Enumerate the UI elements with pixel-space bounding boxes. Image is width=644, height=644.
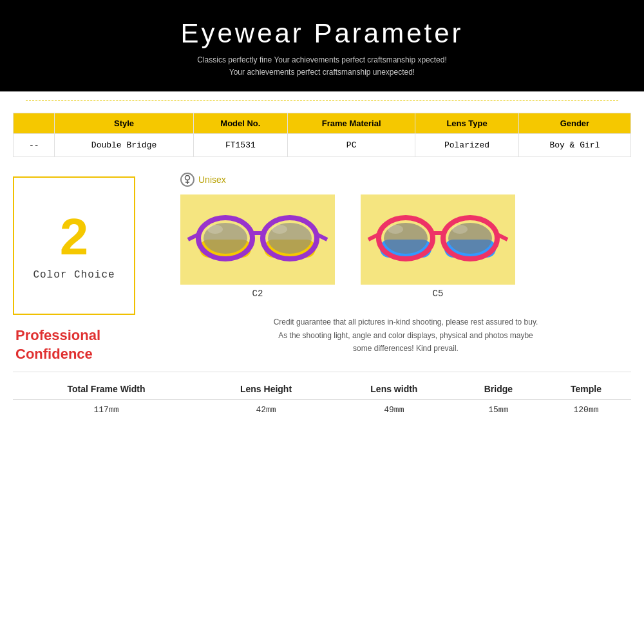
col-header-gender: Gender	[518, 113, 630, 134]
measurements-header-row: Total Frame Width Lens Height Lens width…	[13, 379, 631, 400]
meas-val-temple: 120mm	[541, 399, 631, 420]
page-title: Eyewear Parameter	[13, 18, 631, 49]
unisex-label: Unisex	[180, 173, 631, 187]
meas-val-lens-width: 49mm	[332, 399, 456, 420]
svg-point-23	[388, 225, 403, 234]
measurements-section: Total Frame Width Lens Height Lens width…	[13, 372, 631, 420]
glasses-label-c2: C2	[252, 289, 263, 299]
glasses-image-c5	[361, 194, 515, 285]
svg-point-13	[272, 225, 287, 234]
professional-confidence-text: Professional Confidence	[13, 327, 100, 363]
header-subtitle: Classics perfectly fine Your achievement…	[13, 54, 631, 79]
color-choice-number: 2	[60, 211, 89, 263]
right-panel: Unisex	[167, 170, 631, 363]
color-choice-label: Color Choice	[33, 269, 115, 281]
color-choice-box: 2 Color Choice	[13, 176, 135, 315]
unisex-icon	[180, 173, 194, 187]
glasses-svg-c5	[367, 201, 509, 278]
col-header-blank	[14, 113, 55, 134]
measurements-table: Total Frame Width Lens Height Lens width…	[13, 379, 631, 420]
meas-header-bridge: Bridge	[456, 379, 541, 400]
cell-model: FT1531	[193, 134, 287, 157]
cell-lens: Polarized	[415, 134, 518, 157]
glasses-svg-c2	[187, 201, 328, 278]
meas-val-total-frame: 117mm	[13, 399, 200, 420]
glasses-label-c5: C5	[433, 289, 444, 299]
main-content: 2 Color Choice Professional Confidence U…	[0, 164, 644, 363]
col-header-model: Model No.	[193, 113, 287, 134]
left-panel: 2 Color Choice Professional Confidence	[13, 170, 167, 363]
disclaimer-text: Credit guarantee that all pictures in-ki…	[180, 316, 631, 355]
glasses-row: C2	[180, 194, 631, 299]
yellow-divider	[26, 100, 618, 101]
specs-data-row: -- Double Bridge FT1531 PC Polarized Boy…	[14, 134, 631, 157]
specs-table-section: Style Model No. Frame Material Lens Type…	[0, 110, 644, 164]
col-header-style: Style	[55, 113, 193, 134]
glasses-item-c2: C2	[180, 194, 335, 299]
meas-header-total-frame: Total Frame Width	[13, 379, 200, 400]
col-header-frame: Frame Material	[287, 113, 415, 134]
cell-style: Double Bridge	[55, 134, 193, 157]
header-section: Eyewear Parameter Classics perfectly fin…	[0, 0, 644, 91]
cell-blank: --	[14, 134, 55, 157]
specs-header-row: Style Model No. Frame Material Lens Type…	[14, 113, 631, 134]
meas-val-bridge: 15mm	[456, 399, 541, 420]
glasses-image-c2	[180, 194, 335, 285]
meas-header-temple: Temple	[541, 379, 631, 400]
svg-point-12	[207, 225, 223, 234]
cell-frame: PC	[287, 134, 415, 157]
meas-val-lens-height: 42mm	[200, 399, 332, 420]
svg-point-24	[452, 225, 468, 234]
measurements-data-row: 117mm 42mm 49mm 15mm 120mm	[13, 399, 631, 420]
col-header-lens: Lens Type	[415, 113, 518, 134]
specs-table: Style Model No. Frame Material Lens Type…	[13, 113, 631, 157]
meas-header-lens-width: Lens width	[332, 379, 456, 400]
cell-gender: Boy & Girl	[518, 134, 630, 157]
glasses-item-c5: C5	[361, 194, 515, 299]
svg-point-0	[185, 176, 190, 180]
meas-header-lens-height: Lens Height	[200, 379, 332, 400]
